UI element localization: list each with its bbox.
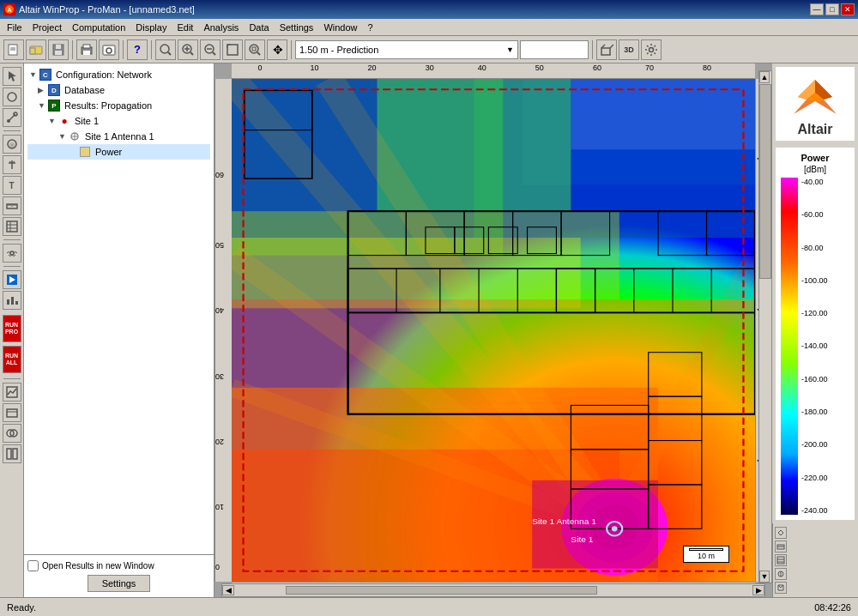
point-tool[interactable]: [3, 88, 21, 106]
vscroll-up-button[interactable]: ▲: [759, 71, 770, 83]
chart-tool[interactable]: [3, 291, 21, 310]
new-button[interactable]: [3, 39, 24, 60]
horizontal-scrollbar[interactable]: ◀ ▶: [221, 583, 765, 597]
antenna-tool[interactable]: [3, 155, 21, 174]
menu-display[interactable]: Display: [130, 21, 172, 34]
hscroll-right-button[interactable]: ▶: [752, 585, 764, 595]
vscroll-down-button[interactable]: ▼: [759, 571, 770, 583]
rmt-btn3[interactable]: [775, 554, 787, 566]
svg-rect-59: [7, 299, 9, 305]
list-tool[interactable]: [3, 217, 21, 236]
zoom-fit-button[interactable]: [222, 39, 243, 60]
zoom-in-button[interactable]: [178, 39, 198, 60]
tree-item-site1[interactable]: ▼ ● Site 1: [27, 113, 210, 129]
expand-antenna1-icon[interactable]: ▼: [58, 132, 67, 141]
measure-tool[interactable]: [3, 196, 21, 215]
minimize-button[interactable]: —: [810, 3, 824, 15]
menu-edit[interactable]: Edit: [172, 21, 198, 34]
antenna1-label: Site 1 Antenna 1: [85, 131, 154, 142]
expand-config-icon[interactable]: ▼: [29, 70, 38, 79]
lt-sep2: [3, 239, 21, 240]
tree-item-config[interactable]: ▼ C Configuration: Network: [27, 67, 210, 82]
tree-item-power[interactable]: ▶ Power: [27, 144, 210, 160]
menu-window[interactable]: Window: [318, 21, 362, 34]
svg-rect-60: [11, 297, 14, 305]
database-icon: D: [48, 84, 60, 96]
export-tool[interactable]: [3, 403, 21, 422]
settings-button[interactable]: Settings: [88, 575, 151, 592]
view3d-button[interactable]: [596, 39, 617, 60]
svg-rect-61: [15, 301, 18, 305]
site1-icon: ●: [58, 115, 70, 127]
run-all-button[interactable]: RUNALL: [3, 346, 21, 373]
time-display: 08:42:26: [814, 602, 851, 613]
open-button[interactable]: [26, 39, 46, 60]
wave-tool[interactable]: [3, 244, 21, 263]
legend-val-8: -200.00: [801, 440, 828, 449]
svg-rect-52: [7, 221, 17, 232]
expand-site1-icon[interactable]: ▼: [48, 117, 57, 125]
open-results-checkbox[interactable]: [27, 560, 39, 571]
hscroll-thumb[interactable]: [286, 586, 596, 595]
rmt-btn1[interactable]: [775, 527, 787, 539]
circle-tool[interactable]: ◎: [3, 135, 21, 154]
rmt-btn2[interactable]: [775, 541, 787, 553]
print-button[interactable]: [76, 39, 97, 60]
tree-item-results[interactable]: ▼ P Results: Propagation: [27, 98, 210, 113]
altair-logo-svg: [789, 75, 841, 118]
menu-analysis[interactable]: Analysis: [198, 21, 244, 34]
screenshot-button[interactable]: [99, 39, 119, 60]
zoom-selection-button[interactable]: [245, 39, 265, 60]
run-button[interactable]: [3, 270, 21, 289]
title-bar-left: A Altair WinProp - ProMan - [unnamed3.ne…: [3, 3, 195, 15]
select-tool[interactable]: [3, 67, 21, 86]
settings-icon-button[interactable]: [641, 39, 662, 60]
rmt-btn4[interactable]: [775, 568, 787, 580]
line-tool[interactable]: [3, 108, 21, 127]
menu-help[interactable]: ?: [363, 21, 378, 34]
prediction-dropdown[interactable]: 1.50 m - Prediction ▼: [295, 40, 518, 59]
help-button[interactable]: ?: [127, 39, 148, 60]
altair-logo: Altair: [776, 67, 855, 141]
tree-item-database[interactable]: ▶ D Database: [27, 82, 210, 98]
map-inner[interactable]: Site 1 Antenna 1 Site 1 10 m: [232, 79, 755, 582]
menu-settings[interactable]: Settings: [275, 21, 319, 34]
zoom-area-button[interactable]: [155, 39, 176, 60]
svg-rect-29: [252, 47, 256, 51]
menu-file[interactable]: File: [2, 21, 27, 34]
tree-footer: Open Results in new Window Settings: [24, 554, 214, 597]
3d-label-button[interactable]: 3D: [619, 39, 639, 60]
open-results-label[interactable]: Open Results in new Window: [42, 561, 154, 571]
tree-item-antenna1[interactable]: ▼ Site 1 Antenna 1: [27, 129, 210, 144]
menu-computation[interactable]: Computation: [67, 21, 130, 34]
map-container[interactable]: 0 10 20 30 40 50 60 70 80 0 10 20 30 40 …: [214, 63, 772, 597]
compare-tool[interactable]: [3, 444, 21, 463]
results-label: Results: Propagation: [64, 100, 152, 111]
expand-database-icon[interactable]: ▶: [38, 86, 46, 94]
expand-results-icon[interactable]: ▼: [38, 101, 46, 110]
svg-line-20: [190, 52, 193, 55]
results-icon: P: [48, 100, 60, 112]
rmt-btn5[interactable]: [775, 582, 787, 594]
vscroll-thumb[interactable]: [759, 84, 771, 279]
menu-project[interactable]: Project: [27, 21, 67, 34]
maximize-button[interactable]: □: [825, 3, 839, 15]
menu-data[interactable]: Data: [244, 21, 274, 34]
save-button[interactable]: [48, 39, 69, 60]
legend-val-10: -240.00: [801, 506, 828, 515]
svg-point-27: [250, 45, 258, 53]
zoom-out-button[interactable]: [200, 39, 221, 60]
close-button[interactable]: ✕: [841, 3, 855, 15]
layer-combo[interactable]: [520, 40, 589, 59]
hscroll-left-button[interactable]: ◀: [222, 585, 234, 595]
pan-button[interactable]: ✥: [267, 39, 287, 60]
run-pro-button[interactable]: RUNPRO: [3, 315, 21, 342]
tree-content[interactable]: ▼ C Configuration: Network ▶ D Database …: [24, 63, 214, 554]
text-tool[interactable]: T: [3, 176, 21, 195]
svg-point-15: [160, 45, 169, 53]
scale-label: 10 m: [698, 552, 715, 560]
diff-tool[interactable]: [3, 424, 21, 443]
dropdown-arrow-icon: ▼: [506, 45, 514, 54]
analysis-tool[interactable]: [3, 383, 21, 402]
vertical-scrollbar[interactable]: ▲ ▼: [758, 70, 772, 583]
